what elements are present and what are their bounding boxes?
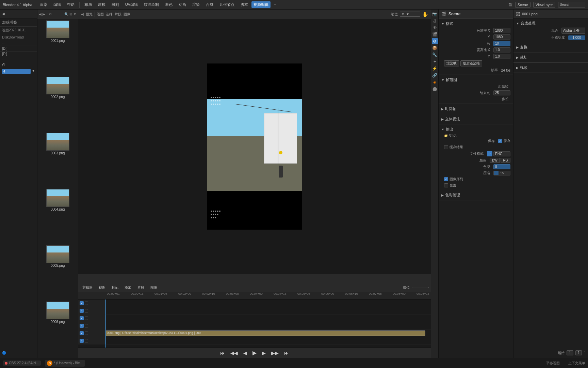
tab-compositing[interactable]: 合成 bbox=[203, 1, 216, 8]
viewer-select-label[interactable]: 选择 bbox=[106, 12, 113, 17]
seq-menu-add[interactable]: 添加 bbox=[122, 285, 133, 290]
resolution-y-value[interactable]: 1080 bbox=[493, 34, 510, 40]
overwrite-checkbox[interactable] bbox=[444, 183, 448, 187]
track-lock-3[interactable] bbox=[85, 317, 88, 320]
seq-position-input[interactable] bbox=[412, 287, 429, 288]
scene-selector[interactable]: Scene bbox=[515, 2, 530, 8]
viewer-clips-label[interactable]: 片段 bbox=[115, 12, 121, 17]
depth-value[interactable]: 8 bbox=[493, 164, 510, 169]
tab-texture-paint[interactable]: 纹理绘制 bbox=[141, 1, 162, 8]
transform-header[interactable]: ▶ 变换 bbox=[513, 44, 588, 51]
time-remap-header[interactable]: ▶ 时间轴 bbox=[439, 105, 513, 112]
props-icon-particles[interactable]: ✦ bbox=[432, 59, 438, 65]
tab-animation[interactable]: 动画 bbox=[176, 1, 189, 8]
fb-nav-right[interactable]: ▶ bbox=[43, 12, 45, 16]
track-lock-6[interactable] bbox=[85, 339, 88, 342]
fb-nav-up[interactable]: ↑ bbox=[46, 12, 48, 16]
resolution-x-value[interactable]: 1080 bbox=[493, 28, 510, 33]
blend-value[interactable]: Alpha 上叠 bbox=[561, 28, 585, 34]
track-content-5[interactable]: 0001.png | C:\Users\Administrator\Deskto… bbox=[105, 329, 431, 337]
pb-prev-keyframe[interactable]: ◀◀ bbox=[229, 350, 239, 356]
props-icon-material[interactable]: ⬤ bbox=[432, 86, 438, 92]
color-rgb-btn[interactable]: RG bbox=[501, 158, 510, 163]
tab-geometry-nodes[interactable]: 几何节点 bbox=[217, 1, 237, 8]
frame-range-header[interactable]: ▼ 帧范围 bbox=[439, 76, 513, 83]
fb-refresh[interactable]: ↺ bbox=[49, 12, 52, 16]
track-content-2[interactable] bbox=[105, 307, 431, 314]
file-ext-checkbox[interactable]: ✓ bbox=[498, 139, 502, 143]
color-bw-btn[interactable]: BW bbox=[490, 158, 500, 163]
compositing-section-header[interactable]: ▼ 合成处理 bbox=[513, 20, 588, 27]
props-icon-view[interactable]: 👁 bbox=[432, 25, 438, 31]
props-icon-data[interactable]: ◈ bbox=[432, 79, 438, 85]
track-lock-2[interactable] bbox=[85, 309, 88, 312]
pb-to-start[interactable]: ⏮ bbox=[219, 350, 226, 356]
props-icon-scene[interactable]: 🎬 bbox=[432, 31, 438, 37]
resolution-pct-value[interactable]: 10 bbox=[493, 41, 510, 46]
pb-frame-start[interactable]: 1 bbox=[567, 350, 573, 355]
track-enable-6[interactable]: ✓ bbox=[80, 339, 84, 343]
track-lock-4[interactable] bbox=[85, 324, 88, 327]
video-header[interactable]: ▶ 视频 bbox=[513, 64, 588, 71]
viewer-hand-tool[interactable]: ✋ bbox=[422, 12, 428, 17]
viewer-image-label[interactable]: 图像 bbox=[124, 12, 130, 17]
fb-search-icon[interactable]: 🔍 bbox=[64, 12, 68, 16]
end-frame-value[interactable]: 25 bbox=[493, 90, 510, 95]
seq-menu-editor[interactable]: 剪辑器 bbox=[80, 285, 95, 290]
track-lock-1[interactable] bbox=[85, 302, 88, 305]
track-content-4[interactable] bbox=[105, 322, 431, 329]
tab-render[interactable]: 渲染 bbox=[190, 1, 202, 8]
props-icon-object[interactable]: 📦 bbox=[432, 45, 438, 51]
seq-menu-markers[interactable]: 标记 bbox=[110, 285, 120, 290]
menu-render[interactable]: 渲染 bbox=[37, 1, 50, 8]
props-icon-physics[interactable]: ⚡ bbox=[432, 65, 438, 72]
props-section-format-header[interactable]: ▼ 格式 bbox=[439, 20, 513, 27]
left-sidebar-collapse[interactable]: ◀ bbox=[2, 12, 5, 16]
track-content-3[interactable] bbox=[105, 315, 431, 322]
seq-menu-clips[interactable]: 片段 bbox=[135, 285, 146, 290]
track-enable-4[interactable]: ✓ bbox=[80, 324, 84, 328]
props-icon-modifier[interactable]: 🔧 bbox=[432, 52, 438, 58]
drive-d[interactable]: [D:] bbox=[0, 46, 37, 51]
pb-next-keyframe[interactable]: ▶▶ bbox=[270, 350, 280, 356]
output-path-value[interactable]: /tmp\ bbox=[449, 134, 456, 137]
pb-prev-frame[interactable]: ◀ bbox=[242, 350, 248, 356]
track-content-1[interactable] bbox=[105, 300, 431, 307]
render-btn[interactable]: 渲染帧 bbox=[444, 60, 459, 66]
tab-scripting[interactable]: 脚本 bbox=[238, 1, 251, 8]
track-content-6[interactable] bbox=[105, 337, 431, 344]
pb-frame-current[interactable]: 1 bbox=[575, 350, 582, 355]
view-layer-selector[interactable]: ViewLayer bbox=[533, 2, 555, 8]
menu-edit[interactable]: 编辑 bbox=[51, 1, 64, 8]
aspect-y-value[interactable]: 1.0 bbox=[493, 54, 510, 59]
track-lock-5[interactable] bbox=[85, 332, 88, 335]
props-icon-render[interactable]: 📷 bbox=[432, 11, 438, 17]
aspect-x-value[interactable]: 1.0 bbox=[493, 47, 510, 52]
viewer-expand-icon[interactable]: ◀ bbox=[81, 12, 84, 16]
compression-slider[interactable]: 15 bbox=[493, 171, 510, 175]
file-item-3[interactable]: 0003.png bbox=[39, 133, 77, 188]
tab-modeling[interactable]: 建模 bbox=[95, 1, 108, 8]
opacity-value[interactable]: 1.000 bbox=[568, 35, 585, 40]
menu-help[interactable]: 帮助 bbox=[64, 1, 77, 8]
color-mgmt-header[interactable]: ▶ 色彩管理 bbox=[439, 191, 513, 199]
still-btn[interactable]: 最后还染结 bbox=[460, 60, 482, 66]
seq-clip-main[interactable]: 0001.png | C:\Users\Administrator\Deskto… bbox=[105, 331, 425, 336]
track-enable-3[interactable]: ✓ bbox=[80, 316, 84, 320]
file-item-6[interactable]: 0006.png bbox=[39, 302, 77, 356]
tab-uv-edit[interactable]: UV编辑 bbox=[122, 1, 141, 8]
viewer-view-label[interactable]: 视图 bbox=[97, 12, 104, 17]
tab-layout[interactable]: 布局 bbox=[82, 1, 95, 8]
image-seq-checkbox[interactable]: ✓ bbox=[444, 177, 448, 181]
output-header[interactable]: ▼ 输出 bbox=[439, 126, 513, 133]
sidebar-num-input[interactable]: 4 bbox=[2, 69, 31, 74]
file-item-1[interactable]: 0001.png bbox=[39, 20, 77, 75]
search-bar[interactable]: Search bbox=[558, 2, 585, 7]
tab-add[interactable]: + bbox=[271, 1, 279, 8]
add-library-button[interactable]: 加载书签 bbox=[0, 18, 37, 26]
pb-to-end[interactable]: ⏭ bbox=[283, 350, 290, 356]
fb-nav-left[interactable]: ◀ bbox=[39, 12, 42, 16]
tab-shading[interactable]: 着色 bbox=[162, 1, 175, 8]
tab-sculpt[interactable]: 雕刻 bbox=[109, 1, 122, 8]
drive-e[interactable]: [E:] bbox=[0, 51, 37, 57]
